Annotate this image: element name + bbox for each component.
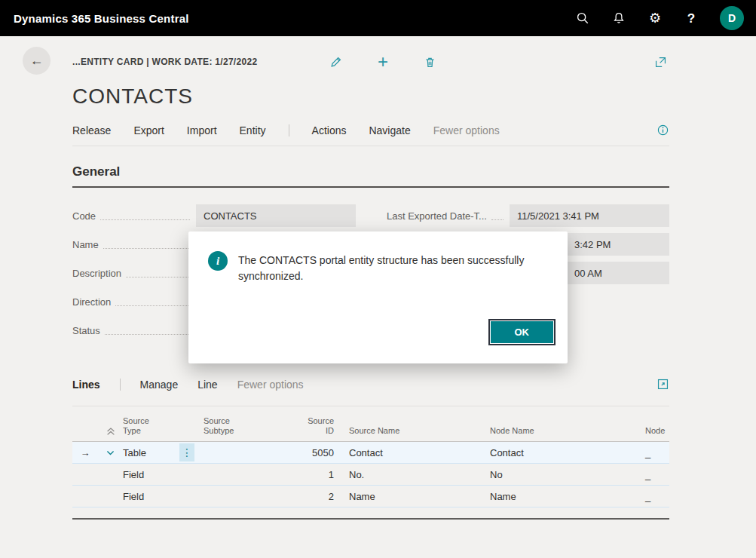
dialog-message: The CONTACTS portal entity structure has… <box>238 251 532 284</box>
lines-menu-fewer-options[interactable]: Fewer options <box>237 379 304 391</box>
general-section-title: General <box>72 164 669 188</box>
dotted-leader <box>103 240 190 249</box>
name-label: Name <box>72 239 99 250</box>
cell-source-id[interactable]: 1 <box>298 469 338 480</box>
cell-source-type[interactable]: Table ⋮ <box>123 443 204 461</box>
last-exported-input[interactable]: 11/5/2021 3:41 PM <box>510 204 669 227</box>
user-avatar[interactable]: D <box>720 6 744 30</box>
source-type-value: Field <box>123 491 144 502</box>
cell-source-type[interactable]: Field <box>123 469 204 480</box>
table-bottom-rule <box>72 518 669 520</box>
lines-divider <box>120 379 121 391</box>
search-icon[interactable] <box>575 11 590 26</box>
help-icon[interactable]: ? <box>684 11 699 26</box>
direction-label: Direction <box>72 296 111 308</box>
menu-import[interactable]: Import <box>187 124 217 136</box>
cell-source-name[interactable]: Contact <box>338 447 490 458</box>
menu-fewer-options[interactable]: Fewer options <box>433 124 500 136</box>
table-row[interactable]: Field 1 No. No _ <box>72 464 669 486</box>
column-source-type[interactable]: Source Type <box>123 416 158 437</box>
sync-success-dialog: i The CONTACTS portal entity structure h… <box>188 231 568 363</box>
chevron-down-icon[interactable] <box>98 448 123 458</box>
cell-source-type[interactable]: Field <box>123 491 204 502</box>
collapse-all-icon[interactable] <box>98 426 123 437</box>
back-button[interactable]: ← <box>23 47 51 75</box>
breadcrumb: ...ENTITY CARD | WORK DATE: 1/27/2022 <box>72 57 257 67</box>
code-label: Code <box>72 210 96 222</box>
app-title: Dynamics 365 Business Central <box>14 12 189 25</box>
column-node[interactable]: Node <box>645 426 669 437</box>
status-label: Status <box>72 325 100 336</box>
lines-toolbar: Lines Manage Line Fewer options <box>72 373 669 398</box>
cell-node[interactable]: _ <box>645 469 669 480</box>
menu-actions[interactable]: Actions <box>312 124 347 136</box>
source-type-value: Table <box>123 447 146 458</box>
cell-node-name[interactable]: Name <box>490 491 645 502</box>
cell-source-name[interactable]: Name <box>338 491 490 502</box>
open-in-window-icon[interactable] <box>651 53 669 71</box>
dotted-leader <box>105 326 190 335</box>
code-input[interactable]: CONTACTS <box>196 204 356 227</box>
action-menubar: Release Export Import Entity Actions Nav… <box>72 124 669 146</box>
notifications-bell-icon[interactable] <box>611 11 626 26</box>
column-source-subtype[interactable]: Source Subtype <box>204 416 238 437</box>
delete-trash-icon[interactable] <box>421 53 439 71</box>
table-row[interactable]: Field 2 Name Name _ <box>72 486 669 507</box>
new-plus-icon[interactable]: + <box>374 53 392 71</box>
expand-lines-icon[interactable] <box>657 378 669 391</box>
cell-source-name[interactable]: No. <box>338 469 490 480</box>
active-row-arrow-icon: → <box>72 447 98 458</box>
menu-entity[interactable]: Entity <box>240 124 266 136</box>
description-label: Description <box>72 268 121 279</box>
dotted-leader <box>491 211 503 220</box>
cell-source-id[interactable]: 5050 <box>298 447 338 458</box>
menu-divider <box>289 124 289 136</box>
last-exported-label: Last Exported Date-T... <box>387 210 487 222</box>
cell-source-id[interactable]: 2 <box>298 491 338 502</box>
field-last-exported: Last Exported Date-T... 11/5/2021 3:41 P… <box>387 204 669 227</box>
cell-node-name[interactable]: No <box>490 469 645 480</box>
menu-release[interactable]: Release <box>72 124 111 136</box>
settings-gear-icon[interactable]: ⚙ <box>647 11 663 26</box>
top-bar: Dynamics 365 Business Central ⚙ ? D <box>0 0 756 36</box>
lines-menu-manage[interactable]: Manage <box>140 379 179 391</box>
page-title: CONTACTS <box>72 84 669 109</box>
lines-table-header: Source Type Source Subtype Source ID Sou… <box>72 406 669 442</box>
cell-node[interactable]: _ <box>645 491 669 502</box>
back-arrow-icon: ← <box>30 53 44 69</box>
menu-navigate[interactable]: Navigate <box>369 124 410 136</box>
table-row[interactable]: → Table ⋮ 5050 Contact Contact _ <box>72 442 669 464</box>
field-code: Code CONTACTS <box>72 204 356 227</box>
column-source-name[interactable]: Source Name <box>338 426 490 437</box>
menu-export[interactable]: Export <box>133 124 164 136</box>
ok-button[interactable]: OK <box>490 320 555 344</box>
lines-menu-line[interactable]: Line <box>197 379 217 391</box>
cell-node[interactable]: _ <box>645 447 669 458</box>
caption-row: ...ENTITY CARD | WORK DATE: 1/27/2022 + <box>72 48 669 75</box>
cell-node-name[interactable]: Contact <box>490 447 645 458</box>
column-node-name[interactable]: Node Name <box>490 426 645 437</box>
source-type-value: Field <box>123 469 144 480</box>
tab-lines[interactable]: Lines <box>72 379 100 391</box>
dotted-leader <box>126 268 190 277</box>
info-circle-icon[interactable] <box>657 124 669 136</box>
dotted-leader <box>115 297 190 306</box>
dotted-leader <box>100 211 190 220</box>
column-source-id[interactable]: Source ID <box>298 416 338 437</box>
lines-section: Lines Manage Line Fewer options Source T… <box>72 373 669 520</box>
topbar-actions: ⚙ ? D <box>575 6 744 30</box>
dialog-body: i The CONTACTS portal entity structure h… <box>188 231 568 284</box>
edit-pencil-icon[interactable] <box>327 53 345 71</box>
row-menu-ellipsis-icon[interactable]: ⋮ <box>179 443 194 461</box>
info-icon: i <box>208 251 228 271</box>
